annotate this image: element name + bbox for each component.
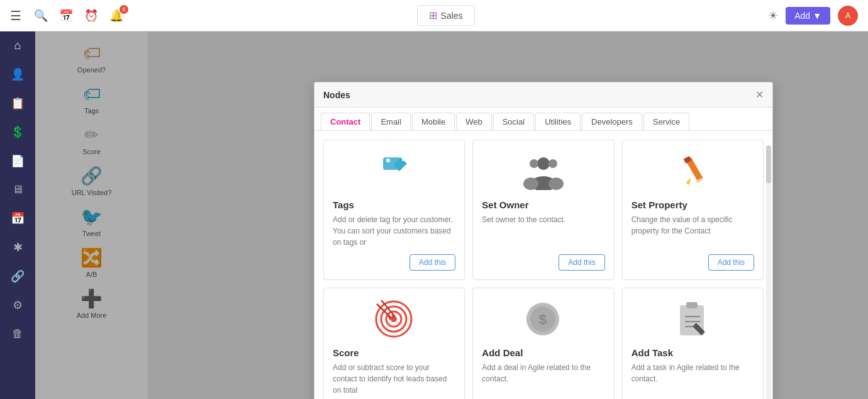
hamburger-menu[interactable]: ☰ [10,8,21,23]
tab-mobile[interactable]: Mobile [412,113,455,130]
sidebar-item-integrations[interactable]: 🔗 [0,262,35,291]
add-task-card-icon [672,299,713,340]
card-score: Score Add or subtract score to your cont… [323,288,465,399]
nodes-modal: Nodes ✕ Contact Email Mobile Web Social … [314,82,773,399]
sidebar-item-reports[interactable]: 📋 [0,89,35,118]
card-set-property: Set Property Change the value of a speci… [622,140,764,280]
sidebar-item-contacts[interactable]: 👤 [0,60,35,89]
modal-header: Nodes ✕ [314,82,772,108]
set-owner-card-icon [521,152,565,190]
modal-scrollbar-track[interactable] [766,145,771,399]
tags-card-title: Tags [333,200,354,210]
svg-point-5 [530,159,538,168]
svg-point-9 [548,177,564,190]
tab-email[interactable]: Email [371,113,411,130]
theme-toggle-icon[interactable]: ☀ [768,9,778,23]
sidebar-item-monitor[interactable]: 🖥 [0,176,35,204]
modal-close-button[interactable]: ✕ [755,89,764,101]
svg-point-8 [523,177,538,190]
set-property-card-icon-area [632,149,754,193]
grid-icon: ⊞ [429,9,437,21]
set-owner-card-desc: Set owner to the contact. [482,214,565,248]
notification-badge: 5 [120,5,128,14]
right-section: ☀ Add ▼ A [768,6,858,26]
tags-card-icon [376,152,413,190]
add-deal-card-icon-area: $ [482,297,604,341]
tab-web[interactable]: Web [456,113,492,130]
svg-point-1 [386,159,390,162]
canvas-area: 🏷 Opened? 🏷 Tags ✏ Score 🔗 URL Visited? … [35,31,868,399]
svg-rect-26 [686,302,698,308]
add-chevron-icon: ▼ [813,11,821,21]
calendar-icon[interactable]: 📅 [59,9,73,23]
sales-label: Sales [441,11,463,21]
nav-icons: 🔍 📅 ⏰ 🔔 5 [34,9,123,23]
card-add-task: Add Task Add a task in Agile related to … [622,288,764,399]
svg-marker-11 [686,177,691,185]
add-task-card-icon-area [632,297,754,341]
score-card-icon-area [333,297,455,341]
tags-card-icon-area [333,149,455,193]
tab-social[interactable]: Social [493,113,534,130]
svg-point-6 [548,159,557,168]
tab-developers[interactable]: Developers [582,113,642,130]
score-card-icon [374,299,415,340]
score-card-desc: Add or subtract score to your contact to… [333,362,455,396]
set-property-card-title: Set Property [632,200,687,210]
center-section: ⊞ Sales [123,5,768,26]
svg-point-3 [402,159,404,161]
card-tags: Tags Add or delete tag for your customer… [323,140,465,280]
add-this-set-property-button[interactable]: Add this [708,254,754,271]
add-this-set-owner-button[interactable]: Add this [559,254,604,271]
sidebar-item-automation[interactable]: ✱ [0,233,35,262]
add-task-card-desc: Add a task in Agile related to the conta… [632,362,754,396]
tags-card-desc: Add or delete tag for your customer. You… [333,214,455,248]
add-deal-card-desc: Add a deal in Agile related to the conta… [482,362,604,396]
svg-point-4 [537,157,550,170]
add-this-tags-button[interactable]: Add this [409,254,455,271]
cards-container: Tags Add or delete tag for your customer… [314,131,772,399]
set-owner-card-icon-area [482,149,604,193]
sidebar-item-trash[interactable]: 🗑 [0,320,35,348]
add-label: Add [794,11,810,21]
sidebar-item-settings[interactable]: ⚙ [0,291,35,320]
modal-title: Nodes [323,90,350,100]
sidebar-item-home[interactable]: ⌂ [0,31,35,60]
notification-icon[interactable]: 🔔 5 [109,9,123,23]
add-deal-card-title: Add Deal [482,347,523,358]
card-add-deal: $ Add Deal Add a deal in Agile related t… [472,288,614,399]
clock-icon[interactable]: ⏰ [84,9,98,23]
add-task-card-title: Add Task [632,347,673,358]
card-set-owner: Set Owner Set owner to the contact. Add … [472,140,614,280]
sidebar-item-documents[interactable]: 📄 [0,147,35,176]
add-button[interactable]: Add ▼ [786,7,830,25]
tab-contact[interactable]: Contact [321,113,370,130]
set-property-card-desc: Change the value of a specific property … [632,214,754,248]
tab-service[interactable]: Service [643,113,689,130]
sales-button[interactable]: ⊞ Sales [417,5,475,26]
sidebar-item-deals[interactable]: 💲 [0,118,35,147]
user-avatar[interactable]: A [838,6,858,26]
top-navigation: ☰ 🔍 📅 ⏰ 🔔 5 ⊞ Sales ☀ Add ▼ A [0,0,868,31]
left-sidebar: ⌂ 👤 📋 💲 📄 🖥 📅 ✱ 🔗 ⚙ 🗑 [0,0,35,399]
svg-text:$: $ [539,312,547,327]
set-property-card-icon [674,151,711,192]
modal-tabs: Contact Email Mobile Web Social Utilitie… [314,108,772,131]
modal-scrollbar-thumb[interactable] [766,145,771,183]
set-owner-card-title: Set Owner [482,200,528,210]
search-icon[interactable]: 🔍 [34,9,48,23]
sidebar-item-calendar[interactable]: 📅 [0,204,35,233]
score-card-title: Score [333,347,359,358]
tab-utilities[interactable]: Utilities [535,113,581,130]
add-deal-card-icon: $ [523,299,564,340]
main-content: 🏷 Opened? 🏷 Tags ✏ Score 🔗 URL Visited? … [35,31,868,399]
